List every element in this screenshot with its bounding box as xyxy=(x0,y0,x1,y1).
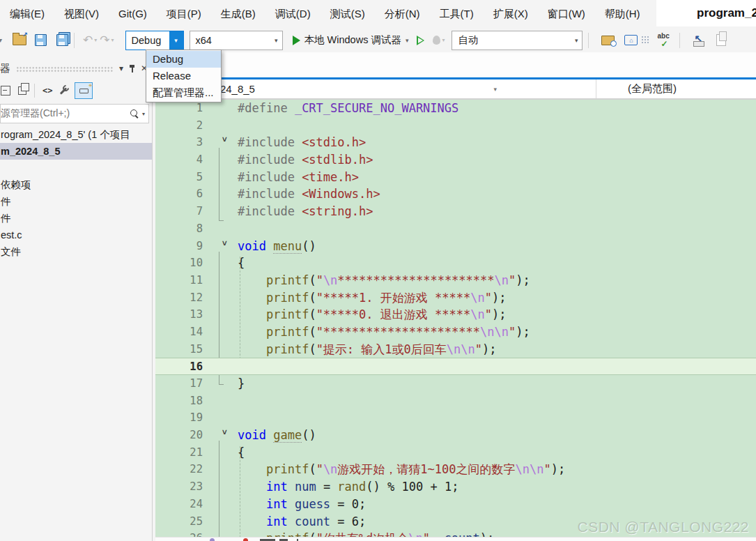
menu-item[interactable]: 调试(D) xyxy=(265,0,321,28)
browser-preview-icon[interactable]: ⌂ xyxy=(624,35,638,45)
breakpoint-margin[interactable] xyxy=(155,478,169,496)
outline-margin[interactable] xyxy=(208,117,229,135)
breakpoint-margin[interactable] xyxy=(155,323,169,341)
outline-margin[interactable]: ∨ xyxy=(208,238,229,255)
show-all-files-button[interactable] xyxy=(75,82,93,99)
scope-combo[interactable]: (全局范围) xyxy=(596,79,677,98)
project-combo-dropdown-icon[interactable]: ▾ xyxy=(493,86,502,93)
menu-item[interactable]: 测试(S) xyxy=(321,0,375,28)
dots-grid-icon[interactable] xyxy=(641,36,649,45)
breakpoint-margin[interactable] xyxy=(155,220,169,238)
pin-icon[interactable] xyxy=(129,64,135,73)
outline-margin[interactable] xyxy=(208,306,229,323)
menu-item[interactable]: 生成(B) xyxy=(211,0,265,28)
code-line[interactable]: 1#define _CRT_SECURE_NO_WARNINGS xyxy=(155,100,756,117)
code-line[interactable]: 22 printf("\n游戏开始，请猜1~100之间的数字\n\n"); xyxy=(155,461,756,478)
solution-search-box[interactable]: 源管理器(Ctrl+;) ▾ xyxy=(0,104,149,123)
tree-item[interactable]: rogram_2024_8_5' (1 个项目 xyxy=(0,126,152,143)
breakpoint-margin[interactable] xyxy=(155,238,169,255)
tree-item[interactable]: est.c xyxy=(0,227,152,243)
outline-margin[interactable] xyxy=(208,513,229,531)
collapse-chevron-icon[interactable]: ∨ xyxy=(222,238,228,247)
code-line[interactable]: 23 int num = rand() % 100 + 1; xyxy=(155,478,756,496)
hot-reload-icon[interactable] xyxy=(433,36,440,45)
outline-margin[interactable] xyxy=(208,478,229,496)
hot-reload-dropdown-icon[interactable]: ▾ xyxy=(442,37,445,43)
code-line[interactable]: 3∨#include <stdio.h> xyxy=(155,134,756,151)
menu-item[interactable]: 视图(V) xyxy=(54,0,109,28)
breakpoint-margin[interactable] xyxy=(155,444,169,462)
code-editor[interactable]: 1#define _CRT_SECURE_NO_WARNINGS23∨#incl… xyxy=(155,100,756,541)
outline-margin[interactable] xyxy=(208,185,229,203)
breakpoint-margin[interactable] xyxy=(155,375,169,393)
code-line[interactable]: 24 int guess = 0; xyxy=(155,496,756,513)
panel-drag-handle[interactable] xyxy=(16,66,114,73)
outline-margin[interactable] xyxy=(208,220,229,238)
breakpoint-margin[interactable] xyxy=(155,513,169,531)
outline-margin[interactable] xyxy=(208,444,229,462)
start-debugging-dropdown-icon[interactable]: ▾ xyxy=(406,37,409,44)
code-line[interactable]: 19 xyxy=(155,409,756,427)
outline-margin[interactable] xyxy=(208,409,229,427)
breakpoint-margin[interactable] xyxy=(155,306,169,323)
save-all-icon[interactable] xyxy=(56,34,68,46)
code-line[interactable]: 9∨void menu() xyxy=(155,238,756,255)
tree-item[interactable]: 件 xyxy=(0,210,152,227)
code-line[interactable]: 5#include <time.h> xyxy=(155,169,756,186)
view-code-icon[interactable]: <> xyxy=(43,86,52,96)
outline-margin[interactable] xyxy=(208,341,229,358)
platform-dropdown-icon[interactable]: ▾ xyxy=(270,37,282,44)
outline-margin[interactable]: ∨ xyxy=(208,134,229,151)
collapse-all-icon[interactable] xyxy=(1,86,10,96)
breakpoint-margin[interactable] xyxy=(155,185,169,203)
outline-margin[interactable] xyxy=(208,272,229,289)
menu-item[interactable]: 项目(P) xyxy=(157,0,211,28)
breakpoint-margin[interactable] xyxy=(155,427,169,444)
breakpoint-margin[interactable] xyxy=(155,203,169,220)
start-without-debugging-icon[interactable] xyxy=(417,36,424,45)
menu-item[interactable]: 窗口(W) xyxy=(538,0,595,28)
copy-icon[interactable] xyxy=(716,34,726,46)
save-icon[interactable] xyxy=(35,34,47,46)
breakpoint-margin[interactable] xyxy=(155,393,169,410)
breakpoint-margin[interactable] xyxy=(155,461,169,478)
outline-margin[interactable] xyxy=(208,375,229,393)
code-line[interactable]: 14 printf("**********************\n\n"); xyxy=(155,323,756,341)
menu-item[interactable]: 帮助(H) xyxy=(595,0,650,28)
code-line[interactable]: 20∨void game() xyxy=(155,427,756,444)
menu-item[interactable]: 分析(N) xyxy=(375,0,430,28)
code-line[interactable]: 17} xyxy=(155,375,756,393)
outline-margin[interactable] xyxy=(208,203,229,220)
menu-item[interactable]: 扩展(X) xyxy=(484,0,538,28)
select-element-icon[interactable]: ↖ xyxy=(693,34,707,47)
outline-margin[interactable] xyxy=(208,151,229,169)
breakpoint-margin[interactable] xyxy=(155,358,169,374)
breakpoint-margin[interactable] xyxy=(155,169,169,186)
code-line[interactable]: 11 printf("\n**********************\n"); xyxy=(155,272,756,289)
config-option[interactable]: Release xyxy=(146,68,221,84)
start-debugging-button[interactable]: 本地 Windows 调试器 ▾ xyxy=(293,33,409,47)
redo-icon[interactable]: ↷ xyxy=(100,33,109,47)
mode-dropdown-icon[interactable]: ▾ xyxy=(571,37,583,44)
tree-item[interactable]: m_2024_8_5 xyxy=(0,143,152,160)
properties-wrench-icon[interactable] xyxy=(59,86,68,96)
solution-platform-combo[interactable]: x64 ▾ xyxy=(190,31,283,50)
outline-margin[interactable] xyxy=(208,289,229,307)
outline-margin[interactable] xyxy=(208,358,229,374)
breakpoint-margin[interactable] xyxy=(155,272,169,289)
code-line[interactable]: 12 printf("*****1. 开始游戏 *****\n"); xyxy=(155,289,756,307)
configuration-dropdown-icon[interactable]: ▾ xyxy=(169,31,183,49)
tree-item[interactable]: 文件 xyxy=(0,243,152,260)
breakpoint-margin[interactable] xyxy=(155,117,169,135)
breakpoint-margin[interactable] xyxy=(155,254,169,272)
code-line[interactable]: 7#include <string.h> xyxy=(155,203,756,220)
code-line[interactable]: 10{ xyxy=(155,254,756,272)
collapse-chevron-icon[interactable]: ∨ xyxy=(222,135,228,144)
outline-margin[interactable] xyxy=(208,323,229,341)
code-line[interactable]: 8 xyxy=(155,220,756,238)
breakpoint-margin[interactable] xyxy=(155,496,169,513)
panel-menu-icon[interactable]: ▾ xyxy=(119,63,123,73)
redo-dropdown-icon[interactable]: ▾ xyxy=(111,37,114,43)
outline-margin[interactable] xyxy=(208,393,229,410)
find-in-files-icon[interactable] xyxy=(601,36,615,45)
